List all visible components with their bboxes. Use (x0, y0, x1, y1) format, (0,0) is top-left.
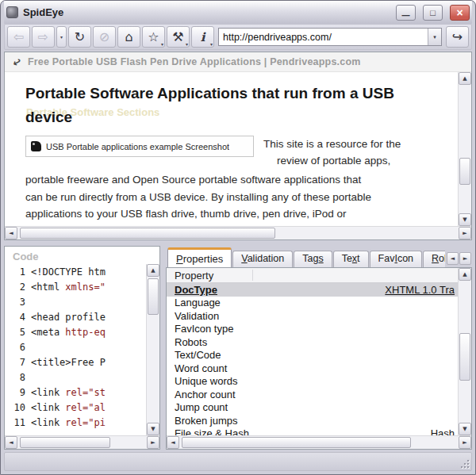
tab-scroll-right-button[interactable]: ► (459, 252, 471, 265)
broken-image-placeholder[interactable]: USB Portable applications example Screen… (25, 136, 254, 157)
tools-icon: ⚒ (172, 29, 183, 44)
code-line: 2<html xmlns=" (5, 280, 146, 295)
code-editor[interactable]: 1<!DOCTYPE htm 2<html xmlns=" 3 4<head p… (5, 264, 146, 435)
tab-strip: Properties Validation Tags Text FavIcon … (166, 246, 472, 267)
browser-vertical-scrollbar[interactable]: ▲ ▼ (458, 72, 471, 226)
page-heading: Portable Software Applications that run … (25, 82, 414, 129)
arrow-right-icon: ► (463, 230, 466, 236)
info-button[interactable]: i▾ (191, 26, 214, 48)
scroll-thumb[interactable] (459, 158, 470, 185)
property-row[interactable]: Unique words (167, 375, 458, 389)
home-button[interactable]: ⌂ (117, 26, 140, 48)
app-icon (6, 6, 18, 18)
tab-scroll-left-button[interactable]: ◄ (447, 252, 459, 265)
body-text: portable freeware and Open Source portab… (25, 171, 458, 223)
code-panel: Code 1<!DOCTYPE htm 2<html xmlns=" 3 4<h… (4, 246, 160, 450)
browser-horizontal-scrollbar[interactable]: ◄ ► (5, 226, 471, 239)
go-button[interactable]: ↪ (446, 26, 469, 48)
code-line: 3 (5, 295, 146, 310)
close-button[interactable]: × (450, 5, 470, 21)
code-vertical-scrollbar[interactable]: ▲ ▼ (146, 264, 159, 435)
property-row[interactable]: Language (167, 297, 458, 310)
code-line: 6 (5, 340, 146, 355)
scroll-down-button[interactable]: ▼ (147, 423, 159, 435)
property-row[interactable]: Anchor count (167, 388, 458, 401)
title-bar[interactable]: SpidEye — □ × (4, 1, 472, 24)
tab[interactable]: FavIcon (370, 251, 422, 267)
page-title-bar: ↩ Free Portable USB Flash Pen Drive Appl… (5, 52, 471, 72)
scroll-thumb[interactable] (182, 437, 411, 448)
arrow-left-icon: ◄ (171, 439, 175, 446)
bottom-split: Code 1<!DOCTYPE htm 2<html xmlns=" 3 4<h… (4, 246, 472, 450)
scroll-left-button[interactable]: ◄ (167, 436, 179, 449)
stop-button[interactable]: ⊘ (93, 26, 116, 48)
scroll-right-button[interactable]: ► (459, 436, 471, 449)
property-row[interactable]: Jump count (167, 401, 458, 415)
forward-button[interactable]: ⇨ (32, 26, 55, 48)
scroll-right-button[interactable]: ► (147, 436, 159, 449)
scroll-up-button[interactable]: ▲ (147, 264, 159, 277)
page-content: Portable Software Sections Portable Soft… (5, 72, 458, 226)
url-dropdown-button[interactable]: ▾ (428, 29, 441, 45)
url-input[interactable] (219, 29, 428, 45)
scroll-down-button[interactable]: ▼ (459, 423, 471, 435)
scroll-down-button[interactable]: ▼ (459, 213, 471, 226)
arrow-up-icon: ▲ (151, 267, 155, 274)
properties-horizontal-scrollbar[interactable]: ◄ ► (167, 435, 471, 449)
history-dropdown-icon: ▾ (60, 34, 63, 40)
code-line: 9<link rel="st (5, 385, 146, 400)
property-row[interactable]: Broken jumps (167, 414, 458, 427)
page-cursor-icon: ↩ (10, 55, 24, 69)
scroll-thumb[interactable] (20, 228, 275, 239)
property-row[interactable]: Robots (167, 335, 458, 349)
properties-list: Property DocType XHTML 1.0 Tra Language (166, 267, 472, 450)
scroll-left-button[interactable]: ◄ (5, 436, 17, 449)
tab[interactable]: Text (333, 251, 369, 267)
property-column-header[interactable]: Property (167, 268, 458, 283)
chevron-down-icon: ▾ (433, 34, 436, 40)
property-row[interactable]: Text/Code (167, 349, 458, 362)
browser-pane: ↩ Free Portable USB Flash Pen Drive Appl… (4, 52, 472, 240)
favorites-button[interactable]: ☆▾ (142, 26, 165, 48)
property-row[interactable]: FavIcon type (167, 323, 458, 336)
property-row[interactable]: Word count (167, 362, 458, 375)
tab[interactable]: Rol (423, 251, 445, 267)
tab[interactable]: Properties (167, 247, 232, 267)
scroll-up-button[interactable]: ▲ (459, 72, 471, 85)
refresh-icon: ↻ (75, 29, 85, 44)
scroll-left-button[interactable]: ◄ (5, 227, 17, 239)
property-row[interactable]: DocType XHTML 1.0 Tra (167, 283, 458, 297)
code-horizontal-scrollbar[interactable]: ◄ ► (5, 435, 159, 449)
scroll-thumb[interactable] (148, 278, 159, 315)
properties-vertical-scrollbar[interactable]: ▲ ▼ (458, 268, 471, 435)
refresh-button[interactable]: ↻ (68, 26, 91, 48)
arrow-left-icon: ◄ (9, 230, 13, 236)
scroll-thumb[interactable] (459, 333, 470, 381)
resize-grip[interactable] (460, 459, 470, 469)
code-panel-label: Code (5, 247, 159, 264)
code-line: 5<meta http-eq (5, 325, 146, 340)
tab[interactable]: Tags (294, 251, 332, 267)
property-row[interactable]: File size & Hash Hash (167, 427, 458, 436)
favorites-star-icon: ☆ (148, 29, 159, 44)
scroll-thumb[interactable] (20, 437, 110, 448)
arrow-up-icon: ▲ (463, 271, 466, 278)
go-icon: ↪ (452, 29, 463, 44)
arrow-up-icon: ▲ (463, 75, 466, 82)
scroll-up-button[interactable]: ▲ (459, 268, 471, 281)
app-window: SpidEye — □ × ⇦ ⇨ ▾ ↻ ⊘ ⌂ ☆▾ ⚒▾ i▾ ▾ ↪ ↩… (0, 0, 476, 475)
code-line: 11<link rel="pi (5, 416, 146, 431)
tools-button[interactable]: ⚒▾ (167, 26, 190, 48)
url-combobox: ▾ (218, 28, 442, 46)
scroll-right-button[interactable]: ► (459, 227, 471, 239)
window-title: SpidEye (23, 6, 389, 18)
tab[interactable]: Validation (232, 251, 293, 267)
broken-image-icon (31, 141, 41, 151)
maximize-button[interactable]: □ (423, 5, 443, 21)
minimize-button[interactable]: — (396, 5, 416, 21)
property-row[interactable]: Validation (167, 309, 458, 323)
favorites-dropdown-icon: ▾ (161, 41, 163, 47)
arrow-left-icon: ◄ (451, 255, 455, 262)
history-dropdown-button[interactable]: ▾ (56, 26, 67, 48)
back-button[interactable]: ⇦ (7, 26, 30, 48)
